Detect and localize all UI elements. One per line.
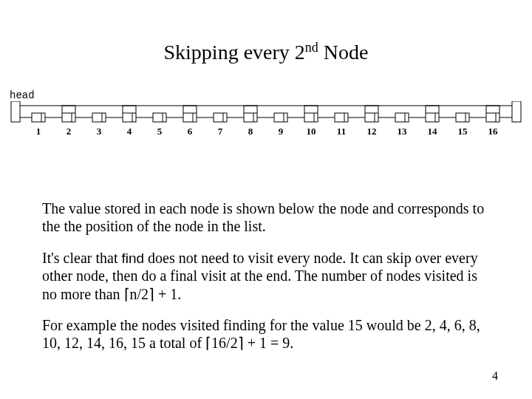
node-label: 8 [248, 126, 253, 137]
svg-rect-0 [11, 101, 20, 122]
find-keyword: find [121, 250, 144, 266]
list-node [123, 106, 136, 122]
list-node [244, 106, 257, 122]
paragraph-2: It's clear that find does not need to vi… [42, 249, 493, 303]
list-node [335, 113, 348, 122]
page-number: 4 [492, 369, 498, 383]
list-node [456, 113, 469, 122]
node-label: 11 [337, 126, 346, 137]
node-label: 7 [218, 126, 223, 137]
list-node [92, 113, 106, 122]
list-node [153, 113, 166, 122]
node-label: 5 [157, 126, 163, 137]
list-node [426, 106, 439, 122]
list-node [365, 106, 378, 122]
body-text: The value stored in each node is shown b… [42, 200, 493, 366]
node-label: 4 [127, 126, 132, 137]
list-node [32, 113, 45, 122]
list-node [62, 106, 75, 122]
node-label: 3 [97, 126, 102, 137]
ceiling-left-icon: ⌈ [205, 335, 211, 351]
node-label: 16 [488, 126, 499, 137]
list-node [183, 106, 197, 122]
skiplist-diagram: 12345678910111213141516 [10, 101, 522, 142]
node-label: 1 [36, 126, 41, 137]
paragraph-3: For example the nodes visited finding fo… [42, 316, 493, 352]
node-label: 2 [66, 126, 72, 137]
paragraph-1: The value stored in each node is shown b… [42, 200, 493, 236]
node-label: 6 [188, 126, 193, 137]
list-node [274, 113, 287, 122]
node-label: 14 [428, 126, 438, 137]
node-label: 15 [458, 126, 468, 137]
list-node [486, 106, 499, 122]
ceiling-right-icon: ⌉ [238, 335, 244, 351]
ceiling-right-icon: ⌉ [149, 286, 154, 302]
page-title: Skipping every 2nd Node [0, 40, 532, 64]
list-node [214, 113, 227, 122]
svg-rect-1 [512, 101, 521, 122]
title-superscript: nd [305, 40, 318, 55]
head-label: head [10, 89, 35, 101]
node-label: 9 [279, 126, 284, 137]
node-label: 12 [367, 126, 377, 137]
list-node [304, 106, 318, 122]
skiplist-svg: 12345678910111213141516 [10, 101, 522, 142]
title-pre: Skipping every 2 [164, 41, 305, 64]
ceiling-left-icon: ⌈ [124, 286, 130, 302]
title-post: Node [318, 41, 369, 64]
node-label: 13 [398, 126, 408, 137]
list-node [395, 113, 409, 122]
node-label: 10 [307, 126, 316, 137]
